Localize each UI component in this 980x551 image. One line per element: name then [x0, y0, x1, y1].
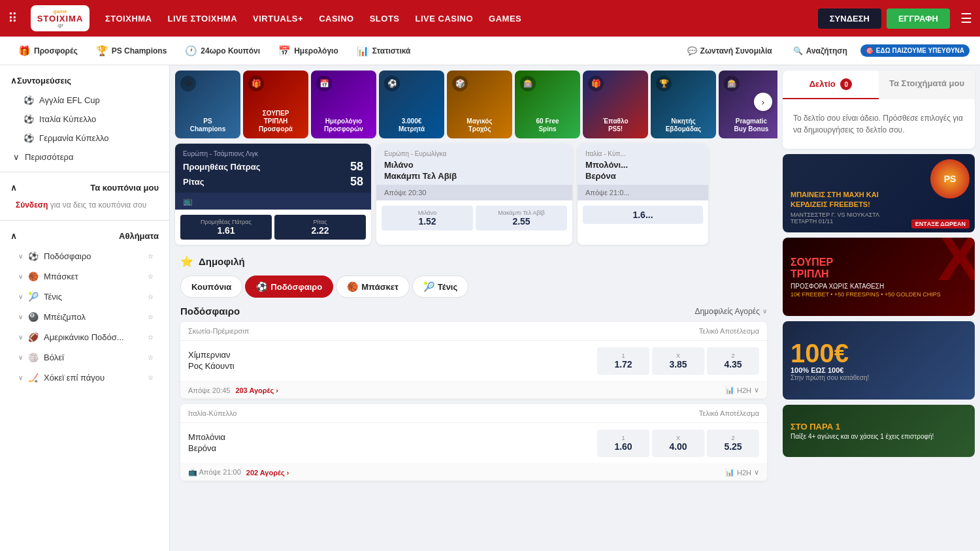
- banner-free-spins[interactable]: 🎰 60 FreeSpins: [515, 71, 580, 138]
- pop-match2-markets[interactable]: 202 Αγορές ›: [246, 469, 289, 477]
- tab-tennis[interactable]: 🎾 Τένις: [412, 276, 468, 298]
- sport-volleyball[interactable]: ∨ 🏐 Βόλεϊ ☆: [10, 347, 159, 368]
- responsible-gaming-badge[interactable]: 🎯 ΕΔΩ ΠΑΙΖΟΥΜΕ ΥΠΕΥΘΥΝΑ: [860, 44, 970, 57]
- sport-basketball[interactable]: ∨ 🏀 Μπάσκετ ☆: [10, 266, 159, 287]
- sports-header[interactable]: ∧ Αθλήματα: [8, 226, 161, 246]
- sidebar-item-italia-cup[interactable]: ⚽ Ιταλία Κύπελλο: [13, 110, 156, 129]
- m2oddx-label: Χ: [652, 435, 704, 441]
- match-1-odd-1[interactable]: Προμηθέας Πάτρας 1.61: [180, 215, 272, 240]
- shortcuts-header[interactable]: ∧ Συντομεύσεις: [8, 71, 161, 91]
- hamburger-icon[interactable]: ☰: [960, 10, 972, 26]
- sport-hockey[interactable]: ∨ 🏒 Χόκεϊ επί πάγου ☆: [10, 368, 159, 388]
- site-logo[interactable]: game STOIXIMA .gr: [31, 5, 90, 31]
- grid-icon[interactable]: ⠿: [8, 10, 18, 26]
- sidebar: ∧ Συντομεύσεις ⚽ Αγγλία EFL Cup ⚽ Ιταλία…: [0, 65, 170, 551]
- pop-match1-h2h[interactable]: 📊 H2H ∨: [725, 386, 759, 394]
- banner-super-triple[interactable]: 🎁 ΣΟΥΠΕΡΤΡΙΠΛΗΠροσφορά: [243, 71, 308, 138]
- offers-link[interactable]: 🎁 Προσφορές: [10, 41, 86, 61]
- ps-champions-link[interactable]: 🏆 PS Champions: [88, 41, 175, 61]
- register-button[interactable]: ΕΓΓΡΑΦΗ: [887, 8, 950, 29]
- offers-label: Προσφορές: [34, 46, 78, 55]
- pop-match1-markets[interactable]: 203 Αγορές ›: [235, 386, 278, 394]
- nav-right: ΣΥΝΔΕΣΗ ΕΓΓΡΑΦΗ ☰: [818, 8, 972, 29]
- promo-banner-para1[interactable]: ΣΤΟ ΠΑΡΑ 1 Παίξε 4+ αγώνες και αν χάσεις…: [783, 405, 975, 457]
- main-layout: ∧ Συντομεύσεις ⚽ Αγγλία EFL Cup ⚽ Ιταλία…: [0, 65, 980, 551]
- popular-section: ⭐ Δημοφιλή Κουπόνια ⚽ Ποδόσφαιρο 🏀 Μπάσκ…: [170, 250, 777, 492]
- nav-virtuals[interactable]: VIRTUALS+: [253, 14, 303, 24]
- match-2-odd-1[interactable]: Μιλάνο 1.52: [382, 206, 473, 230]
- pop-match1-odd-x[interactable]: Χ 3.85: [652, 347, 704, 375]
- banner-next-button[interactable]: ›: [754, 93, 772, 111]
- login-button[interactable]: ΣΥΝΔΕΣΗ: [818, 8, 881, 29]
- more-link[interactable]: ∨ Περισσότερα: [8, 148, 161, 166]
- sport-football[interactable]: ∨ ⚽ Ποδόσφαιρο ☆: [10, 246, 159, 266]
- odd1-label: 1: [597, 353, 649, 359]
- responsible-icon: 🎯: [866, 47, 874, 54]
- pop-match2-header: Ιταλία-Κύπελλο Τελικό Αποτέλεσμα: [180, 404, 767, 423]
- fav-icon-football: ☆: [148, 253, 154, 260]
- match-2-league: Ευρώπη - Ευρωλίγκα: [384, 150, 564, 157]
- match-2-odd-2[interactable]: Μακάμπι Τελ Αβίβ 2.55: [476, 206, 567, 230]
- promo-banner-super-triple[interactable]: X ΣΟΥΠΕΡ ΤΡΙΠΛΗ ΠΡΟΣΦΟΡΑ ΧΩΡΙΣ ΚΑΤΑΘΕΣΗ …: [783, 238, 975, 316]
- match-1-odd-2[interactable]: Ρίτας 2.22: [274, 215, 366, 240]
- match-2-time: Απόψε 20:30: [384, 189, 426, 197]
- pop-match2-h2h[interactable]: 📊 H2H ∨: [725, 468, 759, 477]
- statistics-icon: 📊: [357, 45, 369, 57]
- calendar-link[interactable]: 📅 Ημερολόγιο: [270, 41, 346, 61]
- sidebar-item-germany-cup[interactable]: ⚽ Γερμανία Κύπελλο: [13, 129, 156, 148]
- tab-football[interactable]: ⚽ Ποδόσφαιρο: [245, 276, 333, 298]
- ps-logo-circle: PS: [930, 159, 970, 198]
- nav-slots[interactable]: SLOTS: [370, 14, 400, 24]
- statistics-link[interactable]: 📊 Στατιστικά: [349, 41, 419, 61]
- pop-match1-odd-2[interactable]: 2 4.35: [707, 347, 759, 375]
- banner-icon-5: 🎲: [452, 76, 468, 91]
- banner-winner[interactable]: 🏆 ΝικητήςΕβδομάδας: [651, 71, 716, 138]
- banner-ps5[interactable]: 🎁 ΈπαθλοPS5!: [583, 71, 648, 138]
- h2h-label-1: H2H: [737, 386, 751, 394]
- pop-match2-league: Ιταλία-Κύπελλο: [188, 409, 237, 417]
- pop-match2-odd-2[interactable]: 2 5.25: [707, 430, 759, 457]
- banner-ps-champions[interactable]: ⚙ PSChampions: [175, 71, 240, 138]
- banner-money[interactable]: ⚽ 3.000€Μετρητά: [379, 71, 444, 138]
- sport-baseball[interactable]: ∨ 🎱 Μπέιζμπολ ☆: [10, 307, 159, 327]
- login-link[interactable]: Σύνδεση: [16, 200, 48, 210]
- promo-banner-100[interactable]: 100€ 100% ΕΩΣ 100€ Στην πρώτη σου κατάθε…: [783, 321, 975, 400]
- my-coupons-header[interactable]: ∧ Τα κουπόνια μου: [8, 178, 161, 198]
- football-label: Ποδόσφαιρο: [44, 251, 91, 261]
- match-3-footer: Απόψε 21:0...: [578, 185, 708, 200]
- pop-match1-team1: Χίμπερνιαν: [188, 350, 597, 360]
- pop-match2-odd-1[interactable]: 1 1.60: [597, 430, 649, 457]
- nav-games[interactable]: GAMES: [489, 14, 521, 24]
- tab-basketball[interactable]: 🏀 Μπάσκετ: [336, 276, 410, 298]
- coupon-24-link[interactable]: 🕐 24ωρο Κουπόνι: [177, 41, 268, 61]
- m2odd2-label: 2: [707, 435, 759, 441]
- basketball-label: Μπάσκετ: [44, 272, 78, 281]
- nav-casino[interactable]: CASINO: [319, 14, 354, 24]
- search-button[interactable]: 🔍 Αναζήτηση: [785, 42, 855, 59]
- nav-live-stoixima[interactable]: LIVE ΣΤΟΙΧΗΜΑ: [168, 14, 238, 24]
- sport-american-football[interactable]: ∨ 🏈 Αμερικάνικο Ποδόσ... ☆: [10, 327, 159, 347]
- banner-wheel[interactable]: 🎲 ΜαγικόςΤροχός: [447, 71, 512, 138]
- pop-match1-odd-1[interactable]: 1 1.72: [597, 347, 649, 375]
- more-label: Περισσότερα: [25, 152, 73, 162]
- pop-match2-odd-x[interactable]: Χ 4.00: [652, 430, 704, 457]
- tab-coupons[interactable]: Κουπόνια: [180, 276, 242, 298]
- fav-icon-amfootball: ☆: [148, 334, 154, 341]
- nav-live-casino[interactable]: LIVE CASINO: [416, 14, 474, 24]
- nav-stoixima[interactable]: ΣΤΟΙΧΗΜΑ: [105, 14, 152, 24]
- sidebar-item-efl-cup[interactable]: ⚽ Αγγλία EFL Cup: [13, 91, 156, 110]
- promo-banner-ps-champions[interactable]: PS ΜΠΑΙΝΕΙΣ ΣΤΗ ΜΑΧΗ ΚΑΙΚΕΡΔΙΖΕΙΣ FREEBE…: [783, 154, 975, 232]
- banner-calendar[interactable]: 📅 ΗμερολόγιοΠροσφορών: [311, 71, 376, 138]
- tab-tennis-icon: 🎾: [423, 281, 434, 292]
- pop-match2-team1: Μπολόνια: [188, 432, 597, 442]
- ps-cta-button[interactable]: ΕΝΤAΞΕ ΔΩΡΕΑΝ: [911, 219, 970, 228]
- pop-match2-result-text: Τελικό Αποτέλεσμα: [699, 409, 759, 417]
- betslip-tab-active[interactable]: Δελτίο 0: [783, 71, 879, 99]
- sport-tennis[interactable]: ∨ 🎾 Τένις ☆: [10, 287, 159, 307]
- betslip-tab-mybets[interactable]: Τα Στοιχήματά μου: [879, 71, 975, 99]
- match-3-odd-1[interactable]: 1.6...: [583, 206, 703, 224]
- pop-match2-odds: 1 1.60 Χ 4.00 2 5.25: [597, 430, 759, 457]
- markets-dropdown[interactable]: Δημοφιλείς Αγορές ∨: [694, 307, 767, 316]
- live-chat-button[interactable]: 💬 Ζωντανή Συνομιλία: [679, 42, 780, 59]
- coupon-icon: 🕐: [185, 45, 197, 57]
